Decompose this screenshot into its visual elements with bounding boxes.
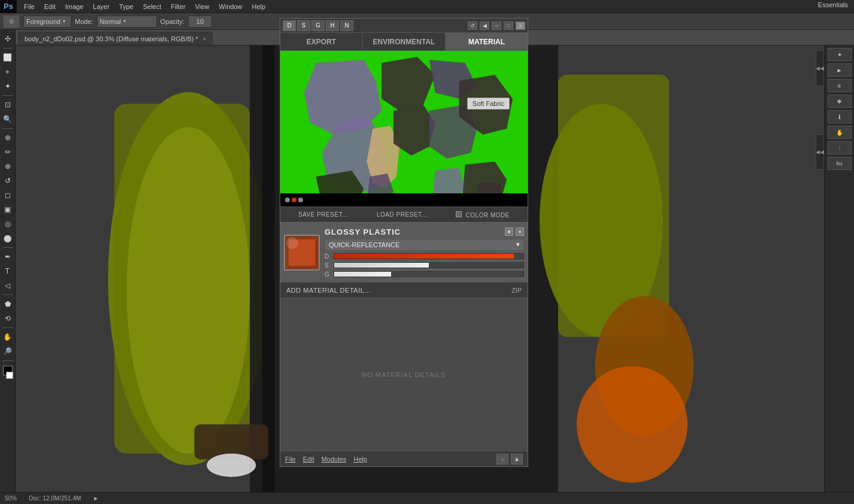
menu-help[interactable]: Help [247, 2, 269, 11]
tool-text[interactable]: T [1, 265, 14, 278]
tool-hand[interactable]: ✋ [1, 330, 14, 344]
tool-shape[interactable]: ⬟ [1, 297, 14, 311]
load-preset-btn[interactable]: LOAD PRESET... [377, 211, 427, 218]
slider-g-track[interactable] [334, 271, 524, 277]
tool-spot-heal[interactable]: ⊕ [1, 131, 14, 144]
color-mode-check [456, 211, 462, 217]
right-btn-ku[interactable]: ku [828, 157, 852, 170]
tab-material[interactable]: MATERIAL [446, 33, 528, 50]
ps-logo: Ps [0, 0, 17, 13]
doc-info: Doc: 12.0M/251.4M [29, 495, 81, 502]
mode-dropdown[interactable]: Normal ▾ [97, 16, 157, 28]
menu-file[interactable]: File [20, 2, 39, 11]
tool-3d[interactable]: ⟲ [1, 312, 14, 325]
ddo-back-btn[interactable]: ◀ [480, 22, 489, 30]
bottom-menu-file[interactable]: File [285, 456, 296, 463]
menu-layer[interactable]: Layer [89, 2, 114, 11]
tool-eraser[interactable]: ◻ [1, 189, 14, 202]
ddo-titlebar: D S G H N ↺ ◀ ─ □ × [280, 19, 528, 33]
mat-title-row: GLOSSY PLASTIC ■ ● [325, 227, 524, 236]
tool-path-select[interactable]: ◁ [1, 279, 14, 292]
ddo-min-btn[interactable]: ─ [492, 22, 501, 30]
zoom-level: 50% [5, 495, 17, 502]
tab-environmental[interactable]: ENVIRONMENTAL [363, 33, 446, 50]
slider-d-track[interactable] [334, 253, 524, 259]
tool-separator-3 [2, 128, 13, 129]
tool-lasso[interactable]: ⌖ [1, 65, 14, 78]
slider-s-label: S [325, 262, 332, 269]
menu-filter[interactable]: Filter [166, 2, 189, 11]
mat-title-icons: ■ ● [505, 227, 524, 236]
color-mode-btn[interactable]: COLOR MODE [456, 211, 510, 218]
no-details-text: NO MATERIAL DETAILS [362, 371, 446, 378]
ddo-icon-d[interactable]: D [283, 20, 296, 31]
opacity-label: Opacity: [160, 18, 184, 25]
right-btn-7[interactable]: ⋮ [828, 141, 852, 154]
ddo-download-btn[interactable]: ↓ [496, 454, 508, 464]
ddo-panel: D S G H N ↺ ◀ ─ □ × EXPORT ENVIRONMENTAL… [280, 18, 528, 467]
ddo-close-btn[interactable]: × [516, 22, 525, 30]
ddo-bottom-menu: File Edit Modules Help [285, 456, 367, 463]
tab-close-btn[interactable]: × [203, 36, 206, 42]
tool-brush[interactable]: ✏ [1, 145, 14, 159]
zip-label[interactable]: ZIP [511, 287, 522, 294]
menu-window[interactable]: Window [214, 2, 246, 11]
background-color-swatch[interactable] [6, 372, 13, 379]
tool-zoom[interactable]: 🔎 [1, 345, 14, 358]
mat-slider-s-row: S [325, 262, 524, 269]
right-btn-2[interactable]: ► [828, 63, 852, 77]
menu-image[interactable]: Image [61, 2, 88, 11]
ddo-max-btn[interactable]: □ [504, 22, 513, 30]
menu-edit[interactable]: Edit [40, 2, 60, 11]
bottom-menu-help[interactable]: Help [353, 456, 367, 463]
menu-type[interactable]: Type [115, 2, 138, 11]
right-btn-1[interactable]: ✦ [828, 48, 852, 61]
ddo-refresh-btn[interactable]: ↺ [468, 22, 477, 30]
foreground-arrow: ▾ [63, 19, 65, 24]
preview-dots-group [285, 198, 303, 202]
mode-label: Mode: [75, 18, 93, 25]
tool-move[interactable]: ✣ [1, 32, 14, 45]
status-arrow[interactable]: ► [93, 495, 99, 502]
tool-pen[interactable]: ✒ [1, 250, 14, 263]
tab-filename: body_n2_dDo02.psd @ 30.3% (Diffuse mater… [25, 35, 198, 42]
mat-icon-circle[interactable]: ● [516, 227, 524, 236]
ps-canvas-tab[interactable]: body_n2_dDo02.psd @ 30.3% (Diffuse mater… [18, 32, 213, 45]
save-preset-btn[interactable]: SAVE PRESET... [298, 211, 348, 218]
tab-export[interactable]: EXPORT [280, 33, 363, 50]
right-btn-5[interactable]: ℹ [828, 110, 852, 123]
tool-magic-wand[interactable]: ✦ [1, 80, 14, 93]
tool-history-brush[interactable]: ↺ [1, 174, 14, 187]
tool-dodge[interactable]: ⬤ [1, 232, 14, 245]
right-btn-4[interactable]: ❖ [828, 95, 852, 108]
ddo-icon-s[interactable]: S [297, 20, 310, 31]
ddo-bottom-right-btns: ↓ ▲ [496, 454, 523, 464]
ddo-preview-dots [280, 193, 528, 207]
ddo-upload-btn[interactable]: ▲ [511, 454, 523, 464]
menu-view[interactable]: View [191, 2, 214, 11]
collapse-arrow-top[interactable]: ◀◀ [816, 50, 824, 86]
right-btn-3[interactable]: ≡ [828, 79, 852, 92]
ddo-icon-g[interactable]: G [311, 20, 325, 31]
tool-blur[interactable]: ◎ [1, 217, 14, 230]
tool-marquee[interactable]: ⬜ [1, 51, 14, 64]
svg-point-11 [207, 454, 256, 477]
ddo-icon-n[interactable]: N [340, 20, 353, 31]
right-btn-6[interactable]: ✋ [828, 126, 852, 139]
tool-crop[interactable]: ⊡ [1, 98, 14, 111]
collapse-arrow-bottom[interactable]: ◀◀ [816, 134, 824, 170]
bottom-menu-modules[interactable]: Modules [322, 456, 347, 463]
opacity-input[interactable] [188, 16, 212, 28]
slider-s-track[interactable] [334, 262, 524, 268]
ddo-tabs: EXPORT ENVIRONMENTAL MATERIAL [280, 33, 528, 51]
foreground-dropdown[interactable]: Foreground ▾ [23, 16, 71, 28]
mat-dropdown[interactable]: QUICK-REFLECTANCE ▾ [325, 239, 524, 251]
tool-gradient[interactable]: ▣ [1, 203, 14, 216]
menu-select[interactable]: Select [139, 2, 166, 11]
add-detail-label[interactable]: ADD MATERIAL DETAIL... [286, 287, 371, 294]
ddo-icon-h[interactable]: H [326, 20, 339, 31]
bottom-menu-edit[interactable]: Edit [303, 456, 314, 463]
tool-eyedropper[interactable]: 🔍 [1, 113, 14, 126]
tool-clone[interactable]: ⊗ [1, 160, 14, 173]
mat-icon-square[interactable]: ■ [505, 227, 513, 236]
